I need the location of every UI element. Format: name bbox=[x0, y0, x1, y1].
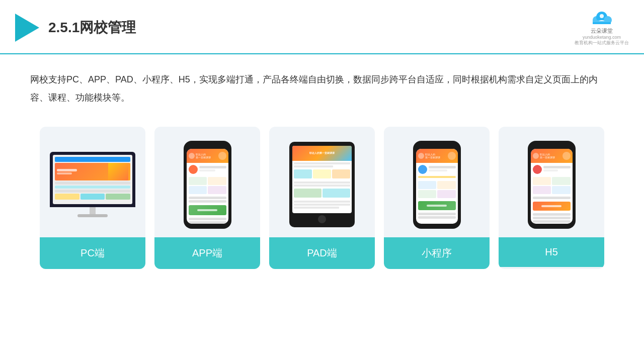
card-h5-image: 职达人的第一堂刷课课 bbox=[499, 127, 604, 237]
header-right: 云朵课堂 yunduoketang.com 教育机构一站式服务云平台 bbox=[575, 9, 629, 46]
card-pad-label: PAD端 bbox=[269, 237, 375, 269]
card-pc-image bbox=[40, 127, 145, 237]
phone-miniprogram-icon: 职达人的第一堂刷课课 bbox=[413, 141, 461, 229]
cards-container: PC端 职达人的第一堂刷课课 bbox=[0, 117, 644, 284]
page-title: 2.5.1网校管理 bbox=[48, 18, 136, 37]
phone-h5-icon: 职达人的第一堂刷课课 bbox=[528, 141, 576, 229]
brand-url: yunduoketang.com bbox=[583, 35, 621, 40]
card-app-image: 职达人的第一堂刷课课 bbox=[154, 127, 260, 237]
tablet-pad-icon: 职达人的第一堂刷课课 bbox=[289, 142, 355, 227]
card-h5: 职达人的第一堂刷课课 bbox=[499, 127, 604, 269]
card-pad-image: 职达人的第一堂刷课课 bbox=[269, 127, 375, 237]
card-pc-label: PC端 bbox=[40, 237, 145, 269]
pc-monitor-icon bbox=[50, 152, 135, 217]
card-pad: 职达人的第一堂刷课课 bbox=[269, 127, 375, 269]
card-app: 职达人的第一堂刷课课 bbox=[154, 127, 260, 269]
phone-app-icon: 职达人的第一堂刷课课 bbox=[184, 141, 231, 229]
cloud-icon bbox=[589, 9, 615, 27]
card-miniprogram-image: 职达人的第一堂刷课课 bbox=[384, 127, 490, 237]
card-miniprogram-label: 小程序 bbox=[384, 237, 490, 269]
logo-triangle-icon bbox=[15, 14, 39, 42]
svg-point-5 bbox=[600, 14, 604, 18]
card-h5-label: H5 bbox=[499, 237, 604, 267]
brand-logo: 云朵课堂 yunduoketang.com 教育机构一站式服务云平台 bbox=[575, 9, 629, 46]
brand-name: 云朵课堂 bbox=[591, 27, 613, 35]
card-pc: PC端 bbox=[40, 127, 145, 269]
brand-tagline: 教育机构一站式服务云平台 bbox=[575, 40, 629, 46]
header-left: 2.5.1网校管理 bbox=[15, 14, 136, 42]
card-app-label: APP端 bbox=[154, 237, 260, 269]
card-miniprogram: 职达人的第一堂刷课课 bbox=[384, 127, 490, 269]
description-text: 网校支持PC、APP、PAD、小程序、H5，实现多端打通，产品各终端自由切换，数… bbox=[0, 54, 644, 117]
header: 2.5.1网校管理 云朵课堂 yunduoketang.com 教育机构一站式服… bbox=[0, 0, 644, 54]
